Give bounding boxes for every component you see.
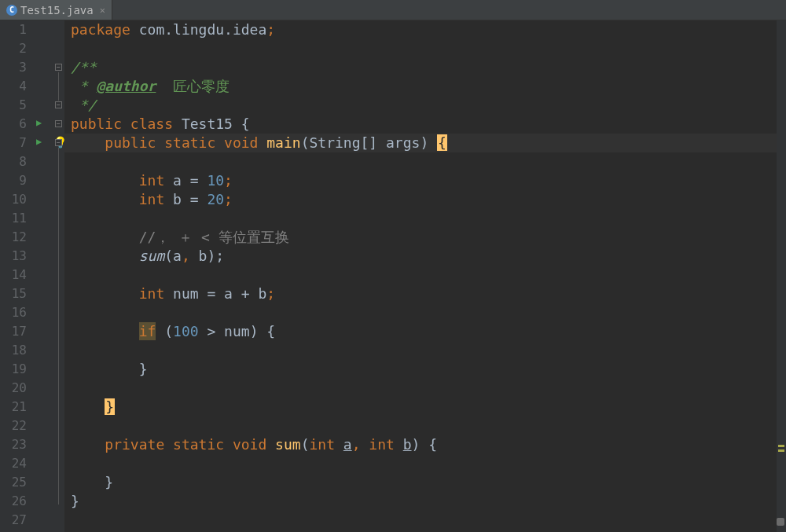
- run-marker-icon[interactable]: ▶: [36, 136, 42, 147]
- java-class-icon: C: [6, 5, 17, 16]
- line-number[interactable]: 15: [0, 284, 27, 303]
- fold-toggle-icon[interactable]: −: [55, 139, 62, 146]
- code-line[interactable]: */: [71, 96, 786, 115]
- close-icon[interactable]: ✕: [100, 5, 105, 16]
- line-number[interactable]: 19: [0, 360, 27, 379]
- code-line[interactable]: int num = a + b;: [71, 284, 786, 303]
- tab-bar: C Test15.java ✕: [0, 0, 786, 20]
- code-line[interactable]: /**: [71, 58, 786, 77]
- warning-stripe-icon[interactable]: [778, 445, 784, 447]
- code-line[interactable]: //， ＋ < 等位置互换: [71, 228, 786, 247]
- editor: 1 2 3 4 5 6 7 8 9 10 11 12 13 14 15 16 1…: [0, 20, 786, 532]
- code-line[interactable]: [71, 379, 786, 398]
- line-number[interactable]: 22: [0, 416, 27, 435]
- line-number[interactable]: 9: [0, 171, 27, 190]
- run-marker-icon[interactable]: ▶: [36, 117, 42, 128]
- line-number[interactable]: 2: [0, 39, 27, 58]
- line-number[interactable]: 27: [0, 511, 27, 530]
- line-number[interactable]: 24: [0, 454, 27, 473]
- code-line[interactable]: private static void sum(int a, int b) {: [71, 435, 786, 454]
- code-line[interactable]: }: [71, 492, 786, 511]
- code-line[interactable]: [71, 39, 786, 58]
- line-number[interactable]: 6: [0, 115, 27, 134]
- line-number[interactable]: 8: [0, 152, 27, 171]
- code-line[interactable]: int b = 20;: [71, 190, 786, 209]
- code-area[interactable]: package com.lingdu.idea; /** * @author 匠…: [64, 20, 786, 532]
- code-line[interactable]: if (100 > num) {: [71, 322, 786, 341]
- code-line[interactable]: int a = 10;: [71, 171, 786, 190]
- line-number[interactable]: 4: [0, 77, 27, 96]
- line-number[interactable]: 1: [0, 20, 27, 39]
- code-line[interactable]: [71, 266, 786, 284]
- fold-toggle-icon[interactable]: −: [55, 101, 62, 108]
- line-number[interactable]: 26: [0, 492, 27, 511]
- line-number[interactable]: 10: [0, 190, 27, 209]
- tab-filename: Test15.java: [20, 4, 94, 17]
- line-number[interactable]: 17: [0, 322, 27, 341]
- code-line[interactable]: [71, 152, 786, 171]
- code-line[interactable]: [71, 209, 786, 228]
- right-gutter: [777, 20, 786, 532]
- gutter-markers: ▶ ▶ 💡 − − − −: [33, 20, 64, 532]
- line-number[interactable]: 12: [0, 228, 27, 247]
- line-number-gutter: 1 2 3 4 5 6 7 8 9 10 11 12 13 14 15 16 1…: [0, 20, 33, 532]
- code-line[interactable]: [71, 416, 786, 435]
- line-number[interactable]: 21: [0, 398, 27, 416]
- code-line[interactable]: package com.lingdu.idea;: [71, 20, 786, 39]
- line-number[interactable]: 18: [0, 341, 27, 360]
- fold-guide: [58, 72, 59, 101]
- line-number[interactable]: 3: [0, 58, 27, 77]
- code-line[interactable]: sum(a, b);: [71, 247, 786, 266]
- line-number[interactable]: 20: [0, 379, 27, 398]
- fold-guide: [58, 148, 59, 504]
- status-indicator-icon[interactable]: [777, 518, 784, 526]
- code-line[interactable]: }: [71, 398, 786, 416]
- warning-stripe-icon[interactable]: [778, 449, 784, 452]
- line-number[interactable]: 23: [0, 435, 27, 454]
- code-line[interactable]: [71, 454, 786, 473]
- line-number[interactable]: 25: [0, 473, 27, 492]
- code-line[interactable]: }: [71, 360, 786, 379]
- line-number[interactable]: 13: [0, 247, 27, 266]
- file-tab[interactable]: C Test15.java ✕: [0, 0, 112, 20]
- code-line[interactable]: [71, 511, 786, 530]
- line-number[interactable]: 14: [0, 266, 27, 284]
- line-number[interactable]: 7: [0, 134, 27, 152]
- line-number[interactable]: 11: [0, 209, 27, 228]
- code-line[interactable]: }: [71, 473, 786, 492]
- line-number[interactable]: 16: [0, 303, 27, 322]
- code-line[interactable]: * @author 匠心零度: [71, 77, 786, 96]
- fold-toggle-icon[interactable]: −: [55, 64, 62, 71]
- code-line[interactable]: [71, 341, 786, 360]
- code-line[interactable]: public class Test15 {: [71, 115, 786, 134]
- fold-toggle-icon[interactable]: −: [55, 120, 62, 127]
- line-number[interactable]: 5: [0, 96, 27, 115]
- code-line[interactable]: [71, 303, 786, 322]
